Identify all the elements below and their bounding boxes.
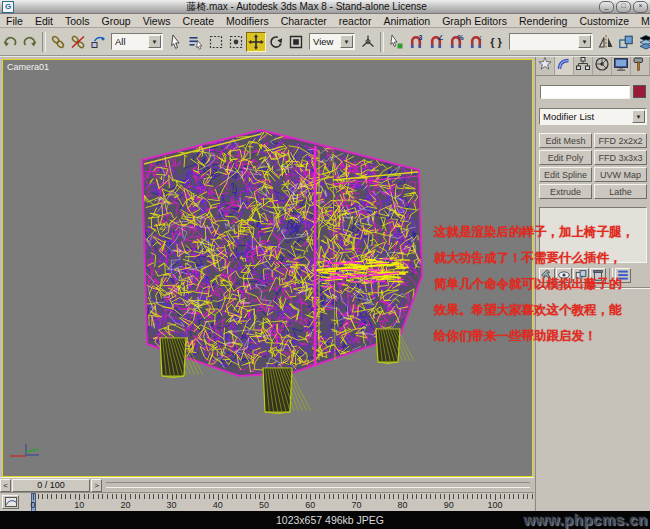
ruler-tick	[486, 494, 487, 499]
select-and-move-icon[interactable]	[246, 32, 266, 52]
named-selection-dropdown[interactable]: ▼	[509, 33, 593, 50]
window-crossing-toggle-icon[interactable]	[226, 32, 246, 52]
track-bar-ruler[interactable]: 0102030405060708090100	[24, 493, 530, 512]
ruler-tick	[162, 494, 163, 499]
ruler-tick	[269, 494, 270, 499]
tab-create[interactable]	[536, 57, 555, 75]
modifier-button-edit-spline[interactable]: Edit Spline	[539, 167, 592, 182]
ruler-tick	[296, 494, 297, 499]
ruler-tick	[278, 494, 279, 499]
ruler-tick	[532, 494, 533, 499]
ruler-tick	[61, 494, 62, 499]
track-bar[interactable]: 0102030405060708090100	[0, 492, 534, 511]
ruler-tick	[102, 494, 103, 499]
tab-utilities[interactable]	[631, 57, 650, 75]
command-panel-tabs	[536, 57, 650, 76]
spinner-snap-toggle-icon[interactable]: ↕	[466, 32, 486, 52]
redo-icon[interactable]	[20, 32, 40, 52]
align-icon[interactable]	[616, 32, 636, 52]
tab-modify[interactable]	[555, 57, 574, 75]
ruler-tick	[435, 494, 436, 499]
modifier-button-ffd-2x2x2[interactable]: FFD 2x2x2	[594, 133, 647, 148]
ruler-tick	[375, 494, 376, 499]
tab-hierarchy[interactable]	[574, 57, 593, 75]
open-mini-curve-editor-button[interactable]	[2, 495, 19, 509]
select-and-link-icon[interactable]	[48, 32, 68, 52]
unlink-selection-icon[interactable]	[68, 32, 88, 52]
named-selection-sets-icon[interactable]: { }	[486, 32, 506, 52]
previous-frame-button[interactable]: <	[0, 479, 11, 492]
layer-manager-icon[interactable]	[636, 32, 650, 52]
ruler-tick	[107, 494, 108, 499]
selection-filter-dropdown[interactable]: All▼	[111, 33, 163, 50]
menu-create[interactable]: Create	[177, 15, 221, 27]
ruler-tick	[306, 494, 307, 499]
modifier-button-extrude[interactable]: Extrude	[539, 184, 592, 199]
title-bar[interactable]: G 藤椅.max - Autodesk 3ds Max 8 - Stand-al…	[0, 0, 650, 14]
rectangular-selection-region-icon[interactable]	[206, 32, 226, 52]
menu-maxscript[interactable]: MAXScript	[635, 15, 650, 27]
ruler-tick	[389, 494, 390, 499]
ruler-tick	[139, 494, 140, 499]
time-slider-groove[interactable]	[106, 482, 530, 488]
menu-rendering[interactable]: Rendering	[513, 15, 573, 27]
tab-motion[interactable]	[593, 57, 612, 75]
menu-animation[interactable]: Animation	[377, 15, 436, 27]
object-color-swatch[interactable]	[633, 85, 646, 98]
modifier-button-uvw-map[interactable]: UVW Map	[594, 167, 647, 182]
time-slider-handle[interactable]: 0 / 100	[12, 479, 90, 492]
ruler-tick	[167, 494, 168, 499]
ruler-tick	[158, 494, 159, 499]
tab-display[interactable]	[612, 57, 631, 75]
svg-text:3: 3	[419, 34, 423, 41]
reference-coordinate-system-dropdown[interactable]: View▼	[309, 33, 355, 50]
menu-character[interactable]: Character	[275, 15, 333, 27]
modifier-list-dropdown[interactable]: Modifier List ▼	[539, 108, 647, 125]
chevron-down-icon[interactable]: ▼	[632, 110, 645, 123]
next-frame-button[interactable]: >	[91, 479, 102, 492]
menu-customize[interactable]: Customize	[573, 15, 635, 27]
percent-snap-toggle-icon[interactable]: %	[446, 32, 466, 52]
close-button[interactable]: ×	[633, 1, 648, 13]
select-and-scale-icon[interactable]	[286, 32, 306, 52]
ruler-tick	[130, 494, 131, 499]
modifier-button-ffd-3x3x3[interactable]: FFD 3x3x3	[594, 150, 647, 165]
object-name-field[interactable]	[540, 85, 630, 99]
chevron-down-icon[interactable]: ▼	[340, 35, 353, 48]
menu-tools[interactable]: Tools	[59, 15, 96, 27]
chevron-down-icon[interactable]: ▼	[148, 35, 161, 48]
menu-views[interactable]: Views	[137, 15, 177, 27]
ruler-tick-label: 40	[213, 500, 223, 510]
bind-to-space-warp-icon[interactable]	[88, 32, 108, 52]
mirror-icon[interactable]	[596, 32, 616, 52]
ruler-tick	[259, 494, 260, 499]
ruler-tick	[527, 494, 528, 499]
modifier-button-edit-poly[interactable]: Edit Poly	[539, 150, 592, 165]
use-pivot-point-center-icon[interactable]	[358, 32, 378, 52]
menu-graph-editors[interactable]: Graph Editors	[436, 15, 513, 27]
ruler-tick	[56, 494, 57, 499]
menu-modifiers[interactable]: Modifiers	[220, 15, 275, 27]
select-and-manipulate-icon[interactable]	[386, 32, 406, 52]
menu-edit[interactable]: Edit	[29, 15, 59, 27]
select-object-icon[interactable]	[166, 32, 186, 52]
menu-file[interactable]: File	[0, 15, 29, 27]
angle-snap-toggle-icon[interactable]: ∠	[426, 32, 446, 52]
modifier-button-edit-mesh[interactable]: Edit Mesh	[539, 133, 592, 148]
menu-reactor[interactable]: reactor	[333, 15, 378, 27]
minimize-button[interactable]: _	[599, 1, 614, 13]
menu-group[interactable]: Group	[96, 15, 137, 27]
maximize-button[interactable]: □	[616, 1, 631, 13]
viewport-label[interactable]: Camera01	[7, 62, 49, 72]
undo-icon[interactable]	[0, 32, 20, 52]
ruler-tick	[246, 494, 247, 499]
ruler-tick	[315, 494, 316, 499]
reference-coordinate-system-dropdown-value: View	[310, 36, 340, 47]
modifier-button-lathe[interactable]: Lathe	[594, 184, 647, 199]
select-and-rotate-icon[interactable]	[266, 32, 286, 52]
snaps-toggle-3d-icon[interactable]: 3	[406, 32, 426, 52]
chevron-down-icon[interactable]: ▼	[578, 35, 591, 48]
select-by-name-icon[interactable]	[186, 32, 206, 52]
ruler-tick	[366, 494, 367, 499]
ruler-tick	[407, 494, 408, 499]
